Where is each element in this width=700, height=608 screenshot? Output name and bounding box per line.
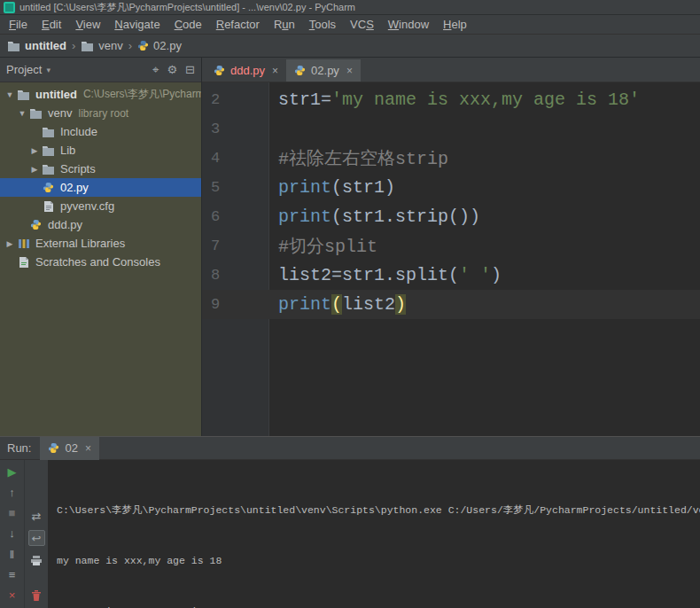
folder-icon xyxy=(41,125,56,138)
expand-arrow-icon[interactable]: ▶ xyxy=(28,165,41,174)
editor-tab-bar: ddd.py × 02.py × xyxy=(202,58,700,82)
breadcrumb: untitled › venv › 02.py xyxy=(0,35,700,58)
code-line-8[interactable]: 8 list2=str1.split(' ') xyxy=(202,261,700,290)
console-output[interactable]: C:\Users\李梦凡\PycharmProjects\untitled\ve… xyxy=(48,460,700,608)
code-editor[interactable]: 2 str1='my name is xxx,my age is 18' 3 4… xyxy=(202,82,700,436)
close-run-panel-button[interactable]: × xyxy=(4,589,20,603)
project-tree: ▼ untitled C:\Users\李梦凡\Pycharm ▼ venv l… xyxy=(0,82,201,436)
expand-arrow-icon[interactable]: ▶ xyxy=(4,239,16,248)
scratch-file-icon xyxy=(16,255,31,269)
locate-file-icon[interactable]: ⌖ xyxy=(152,63,159,77)
python-file-icon xyxy=(137,40,149,51)
close-tab-icon[interactable]: × xyxy=(272,65,278,77)
menu-bar: File Edit View Navigate Code Refactor Ru… xyxy=(0,15,700,35)
line-number[interactable]: 9 xyxy=(202,296,269,313)
menu-item-view[interactable]: View xyxy=(68,16,107,33)
folder-icon xyxy=(16,88,31,101)
project-folder-icon xyxy=(7,40,20,51)
project-tool-window: Project ▾ ⌖ ⚙ ⊟ ▼ untitled C:\Users\李梦凡\… xyxy=(0,58,202,436)
config-file-icon xyxy=(41,199,56,213)
tree-item-scripts[interactable]: ▶ Scripts xyxy=(0,160,201,178)
library-root-hint: library root xyxy=(78,107,128,120)
folder-icon xyxy=(41,162,56,175)
tab-dddpy[interactable]: ddd.py × xyxy=(206,59,286,82)
menu-item-run[interactable]: Run xyxy=(267,16,302,33)
code-line-4[interactable]: 4 #祛除左右空格strip xyxy=(202,144,700,173)
line-number[interactable]: 5 xyxy=(202,179,269,196)
hide-panel-icon[interactable]: ⊟ xyxy=(185,63,195,77)
console-toolbar: ⇄ ↩ xyxy=(24,460,48,608)
line-number[interactable]: 7 xyxy=(202,238,269,254)
scroll-to-end-button[interactable]: ⇄ xyxy=(28,508,45,524)
clear-console-button[interactable] xyxy=(28,587,45,603)
rerun-button[interactable]: ▶ xyxy=(4,464,20,479)
code-line-5[interactable]: 5 print(str1) xyxy=(202,173,700,202)
code-line-3[interactable]: 3 xyxy=(202,114,700,144)
title-bar: untitled [C:\Users\李梦凡\PycharmProjects\u… xyxy=(0,0,700,15)
line-number[interactable]: 8 xyxy=(202,267,269,284)
code-line-6[interactable]: 6 print(str1.strip()) xyxy=(202,202,700,231)
expand-arrow-icon[interactable]: ▶ xyxy=(28,146,41,155)
window-title: untitled [C:\Users\李梦凡\PycharmProjects\u… xyxy=(19,1,355,14)
line-number[interactable]: 2 xyxy=(202,91,269,108)
console-output-line: my name is xxx,my age is 18 xyxy=(57,603,695,608)
tree-item-scratches[interactable]: Scratches and Consoles xyxy=(0,253,201,271)
folder-icon xyxy=(41,144,56,157)
menu-item-window[interactable]: Window xyxy=(381,16,436,33)
chevron-down-icon[interactable]: ▾ xyxy=(46,66,51,74)
stop-button[interactable]: ■ xyxy=(4,506,20,520)
python-file-icon xyxy=(41,181,56,194)
breadcrumb-item-untitled[interactable]: untitled xyxy=(7,39,66,52)
tree-item-venv[interactable]: ▼ venv library root xyxy=(0,104,201,122)
tree-item-dddpy[interactable]: ddd.py xyxy=(0,215,201,234)
previous-occurrence-button[interactable]: ↑ xyxy=(4,485,20,499)
tree-item-02py[interactable]: 02.py xyxy=(0,178,201,197)
code-line-7[interactable]: 7 #切分split xyxy=(202,231,700,261)
breadcrumb-item-venv[interactable]: venv xyxy=(81,39,122,52)
menu-item-navigate[interactable]: Navigate xyxy=(107,16,167,33)
menu-item-refactor[interactable]: Refactor xyxy=(209,16,267,33)
line-number[interactable]: 3 xyxy=(202,121,269,137)
run-panel-body: ▶ ↑ ■ ↓ ‖ ≡ × ⇄ ↩ C:\Users\李梦凡\PycharmPr… xyxy=(0,460,700,608)
project-panel-title[interactable]: Project xyxy=(6,63,42,76)
run-tab-02[interactable]: 02 × xyxy=(40,437,98,460)
line-number[interactable]: 4 xyxy=(202,150,269,167)
tree-item-pyvenv-cfg[interactable]: pyvenv.cfg xyxy=(0,197,201,215)
menu-item-code[interactable]: Code xyxy=(167,16,209,33)
breadcrumb-item-02py[interactable]: 02.py xyxy=(137,39,182,52)
view-options-button[interactable]: ≡ xyxy=(4,567,20,581)
run-tool-window: Run: 02 × ▶ ↑ ■ ↓ ‖ ≡ × ⇄ ↩ xyxy=(0,436,700,608)
code-line-9-current[interactable]: 9 print(list2) xyxy=(202,290,700,319)
close-tab-icon[interactable]: × xyxy=(85,442,91,455)
tab-02py[interactable]: 02.py × xyxy=(286,59,361,82)
project-panel-header: Project ▾ ⌖ ⚙ ⊟ xyxy=(0,58,201,82)
menu-item-vcs[interactable]: VCS xyxy=(343,16,381,33)
breadcrumb-separator: › xyxy=(69,39,78,52)
main-area: Project ▾ ⌖ ⚙ ⊟ ▼ untitled C:\Users\李梦凡\… xyxy=(0,58,700,436)
expand-arrow-icon[interactable]: ▼ xyxy=(16,109,28,118)
expand-arrow-icon[interactable]: ▼ xyxy=(4,90,16,99)
folder-icon xyxy=(28,106,43,120)
pycharm-logo-icon xyxy=(4,2,15,13)
tree-item-untitled[interactable]: ▼ untitled C:\Users\李梦凡\Pycharm xyxy=(0,85,201,104)
pause-output-button[interactable]: ‖ xyxy=(4,547,20,561)
soft-wrap-button[interactable]: ↩ xyxy=(28,530,45,546)
pycharm-window: untitled [C:\Users\李梦凡\PycharmProjects\u… xyxy=(0,0,700,608)
menu-item-file[interactable]: File xyxy=(2,16,35,33)
menu-item-tools[interactable]: Tools xyxy=(302,16,343,33)
python-file-icon xyxy=(28,218,43,231)
console-command-line: C:\Users\李梦凡\PycharmProjects\untitled\ve… xyxy=(57,502,695,518)
tree-item-external-libraries[interactable]: ▶ External Libraries xyxy=(0,234,201,253)
python-file-icon xyxy=(214,65,225,76)
gear-icon[interactable]: ⚙ xyxy=(167,63,177,77)
tree-item-lib[interactable]: ▶ Lib xyxy=(0,141,201,160)
print-button[interactable] xyxy=(28,552,45,568)
menu-item-help[interactable]: Help xyxy=(436,16,474,33)
code-line-2[interactable]: 2 str1='my name is xxx,my age is 18' xyxy=(202,85,700,114)
menu-item-edit[interactable]: Edit xyxy=(35,16,68,33)
python-file-icon xyxy=(48,442,59,454)
close-tab-icon[interactable]: × xyxy=(346,65,353,77)
next-occurrence-button[interactable]: ↓ xyxy=(4,526,20,541)
tree-item-include[interactable]: Include xyxy=(0,122,201,141)
line-number[interactable]: 6 xyxy=(202,208,269,225)
